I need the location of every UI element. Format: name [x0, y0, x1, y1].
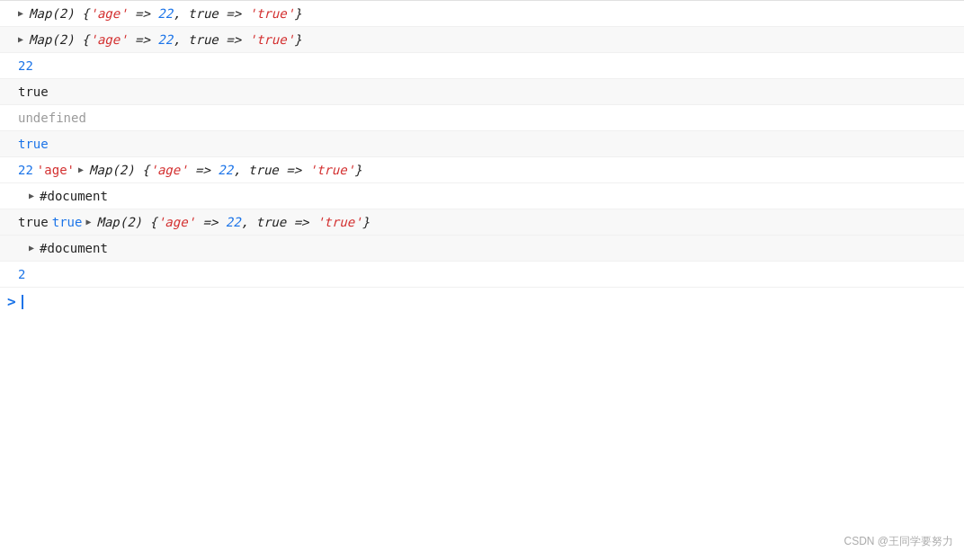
map-comma: ,	[173, 32, 188, 47]
map-key-age: 'age'	[149, 163, 187, 177]
map-val-22: 22	[218, 163, 233, 177]
map-arrow2: =>	[219, 6, 249, 21]
map-val-true: 'true'	[317, 215, 362, 229]
console-row: ▶ #document	[0, 236, 964, 262]
map-key-age: 'age'	[89, 32, 127, 47]
console-row: 2	[0, 262, 964, 288]
expand-triangle[interactable]: ▶	[85, 213, 91, 231]
map-close: }	[362, 215, 370, 229]
expand-triangle[interactable]: ▶	[18, 4, 23, 22]
prompt-chevron: >	[7, 293, 16, 310]
map-label: Map(2) {'age' => 22, true => 'true'}	[29, 4, 301, 22]
map-key-true: true	[256, 215, 287, 229]
console-row: true	[0, 79, 964, 105]
row-content: true	[18, 83, 957, 101]
map-arrow: =>	[195, 215, 226, 229]
expand-triangle[interactable]: ▶	[29, 187, 34, 205]
watermark: CSDN @王同学要努力	[844, 534, 953, 549]
map-comma: ,	[233, 163, 248, 177]
console-panel: ▶ Map(2) {'age' => 22, true => 'true'} ▶…	[0, 0, 964, 560]
bool-value: true	[18, 213, 49, 231]
map-key-true: true	[188, 32, 219, 47]
map-val-true: 'true'	[309, 163, 355, 177]
map-arrow: =>	[128, 6, 158, 21]
map-val-22: 22	[226, 215, 241, 229]
map-arrow2: =>	[279, 163, 309, 177]
row-content: 22 'age' ▶ Map(2) {'age' => 22, true => …	[18, 161, 957, 179]
map-comma: ,	[173, 6, 188, 21]
map-key-age: 'age'	[89, 6, 127, 21]
map-val-true: 'true'	[249, 32, 295, 47]
console-row: 22	[0, 53, 964, 79]
map-close: }	[294, 32, 301, 47]
expand-triangle[interactable]: ▶	[29, 239, 34, 257]
console-row: ▶ Map(2) {'age' => 22, true => 'true'}	[0, 27, 964, 53]
console-output: ▶ Map(2) {'age' => 22, true => 'true'} ▶…	[0, 1, 964, 560]
row-content: ▶ #document	[29, 239, 957, 257]
number-value: 22	[18, 161, 33, 179]
map-close: }	[294, 6, 301, 21]
map-val-22: 22	[157, 6, 173, 21]
row-content: true	[18, 135, 957, 153]
map-val-22: 22	[157, 32, 173, 47]
console-row: true	[0, 131, 964, 157]
row-content: ▶ Map(2) {'age' => 22, true => 'true'}	[18, 4, 957, 22]
map-label: Map(2) {'age' => 22, true => 'true'}	[89, 161, 362, 179]
bool-value: true	[18, 83, 49, 101]
row-content: undefined	[18, 109, 957, 127]
document-ref: #document	[40, 239, 108, 257]
row-content: 22	[18, 57, 957, 75]
map-arrow: =>	[128, 32, 158, 47]
document-ref: #document	[40, 187, 108, 205]
map-comma: ,	[241, 215, 256, 229]
map-label: Map(2) {'age' => 22, true => 'true'}	[29, 31, 301, 49]
number-value: 22	[18, 57, 33, 75]
map-val-true: 'true'	[249, 6, 295, 21]
row-content: 2	[18, 265, 957, 283]
console-row: ▶ #document	[0, 183, 964, 209]
console-row: 22 'age' ▶ Map(2) {'age' => 22, true => …	[0, 157, 964, 183]
row-content: ▶ Map(2) {'age' => 22, true => 'true'}	[18, 31, 957, 49]
map-label: Map(2) {'age' => 22, true => 'true'}	[96, 213, 369, 231]
map-arrow2: =>	[286, 215, 317, 229]
number-value: 2	[18, 265, 25, 283]
string-value: 'age'	[37, 161, 75, 179]
row-content: ▶ #document	[29, 187, 957, 205]
map-key-true: true	[188, 6, 219, 21]
row-content: true true ▶ Map(2) {'age' => 22, true =>…	[18, 213, 957, 231]
map-arrow2: =>	[219, 32, 249, 47]
console-row: true true ▶ Map(2) {'age' => 22, true =>…	[0, 209, 964, 236]
console-row: ▶ Map(2) {'age' => 22, true => 'true'}	[0, 1, 964, 27]
undefined-value: undefined	[18, 109, 86, 127]
bool-value2: true	[52, 213, 83, 231]
map-close: }	[354, 163, 362, 177]
console-input-row: >	[0, 288, 964, 316]
map-key-true: true	[248, 163, 279, 177]
map-arrow: =>	[188, 163, 219, 177]
console-cursor[interactable]	[22, 295, 29, 309]
map-key-age: 'age'	[157, 215, 195, 229]
console-row: undefined	[0, 105, 964, 131]
expand-triangle[interactable]: ▶	[18, 31, 23, 49]
bool-value: true	[18, 135, 49, 153]
expand-triangle[interactable]: ▶	[78, 161, 84, 179]
